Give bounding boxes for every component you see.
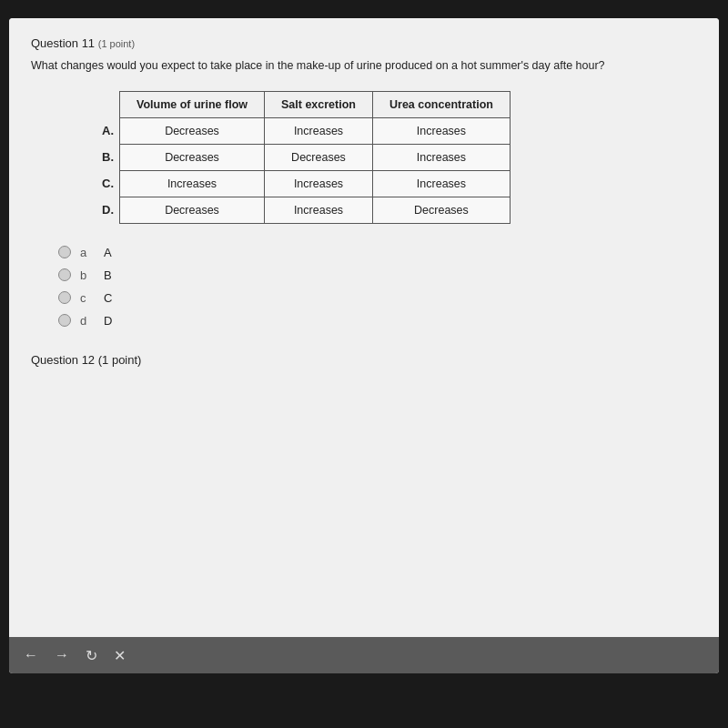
col-urea: Urea concentration <box>372 91 510 117</box>
table-row: D.DecreasesIncreasesDecreases <box>86 197 510 223</box>
option-label-a: A <box>104 246 112 259</box>
answer-table: Volume of urine flow Salt excretion Urea… <box>86 91 511 224</box>
table-cell-3-2: Decreases <box>372 197 510 223</box>
option-label-b: B <box>104 268 112 282</box>
table-row-label-2: C. <box>86 170 120 197</box>
option-key-a: a <box>80 246 95 259</box>
table-row: B.DecreasesDecreasesIncreases <box>86 144 510 170</box>
option-key-d: d <box>80 314 95 328</box>
back-arrow-icon: ← <box>24 647 38 663</box>
table-cell-1-0: Decreases <box>120 144 265 170</box>
toolbar: ← → ↻ ✕ <box>9 637 719 673</box>
radio-b[interactable] <box>58 268 71 281</box>
table-cell-3-0: Decreases <box>120 197 265 223</box>
option-row-c[interactable]: cC <box>58 291 697 305</box>
table-cell-0-1: Increases <box>265 117 373 144</box>
option-label-c: C <box>104 291 112 305</box>
forward-arrow-icon: → <box>55 647 69 663</box>
option-row-d[interactable]: dD <box>58 314 697 328</box>
radio-d[interactable] <box>58 314 71 327</box>
table-cell-3-1: Increases <box>265 197 373 223</box>
table-row-label-1: B. <box>86 144 120 170</box>
col-volume: Volume of urine flow <box>120 91 265 117</box>
table-row: C.IncreasesIncreasesIncreases <box>86 170 510 197</box>
question-11-header: Question 11 (1 point) <box>31 36 697 50</box>
option-key-c: c <box>80 291 95 305</box>
question-12-header: Question 12 (1 point) <box>31 353 697 367</box>
table-cell-0-2: Increases <box>372 117 510 144</box>
table-cell-0-0: Decreases <box>120 117 265 144</box>
screen: Question 11 (1 point) What changes would… <box>9 18 719 673</box>
table-row-label-0: A. <box>86 117 120 144</box>
close-button[interactable]: ✕ <box>110 645 129 666</box>
table-cell-1-2: Increases <box>372 144 510 170</box>
forward-button[interactable]: → <box>51 645 73 665</box>
question-12-points: (1 point) <box>98 353 142 367</box>
refresh-icon: ↻ <box>86 647 97 664</box>
table-row: A.DecreasesIncreasesIncreases <box>86 117 510 144</box>
content-area: Question 11 (1 point) What changes would… <box>9 18 719 637</box>
options-area: aAbBcCdD <box>58 246 697 328</box>
question-11-title: Question 11 <box>31 36 95 50</box>
answer-table-container: Volume of urine flow Salt excretion Urea… <box>86 91 697 224</box>
table-cell-2-0: Increases <box>120 170 265 197</box>
radio-c[interactable] <box>58 291 71 304</box>
option-key-b: b <box>80 268 95 282</box>
back-button[interactable]: ← <box>20 645 42 665</box>
col-empty <box>86 91 120 117</box>
option-row-a[interactable]: aA <box>58 246 697 259</box>
table-cell-2-1: Increases <box>265 170 373 197</box>
close-icon: ✕ <box>114 647 126 664</box>
table-cell-2-2: Increases <box>372 170 510 197</box>
table-cell-1-1: Decreases <box>265 144 373 170</box>
question-11-points: (1 point) <box>98 38 135 49</box>
question-11-text: What changes would you expect to take pl… <box>31 57 697 75</box>
table-row-label-3: D. <box>86 197 120 223</box>
option-label-d: D <box>104 314 112 328</box>
refresh-button[interactable]: ↻ <box>82 645 101 666</box>
option-row-b[interactable]: bB <box>58 268 697 282</box>
radio-a[interactable] <box>58 246 71 258</box>
col-salt: Salt excretion <box>265 91 373 117</box>
question-12-title: Question 12 <box>31 353 95 367</box>
